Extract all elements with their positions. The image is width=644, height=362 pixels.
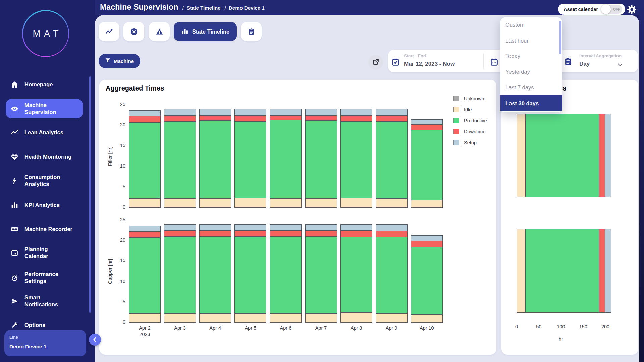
page-title: Machine Supervision xyxy=(100,3,178,12)
x-axis-line xyxy=(126,208,445,208)
dropdown-item-last-hour[interactable]: Last hour xyxy=(500,35,562,46)
totals-x-tick: 100 xyxy=(553,324,570,330)
bar-segment-setup xyxy=(234,224,266,230)
asset-calendar-state: OFF xyxy=(613,8,620,11)
bar-segment-productive xyxy=(270,236,302,314)
y-tick-label: 20 xyxy=(105,237,125,243)
calendar-dots-icon[interactable] xyxy=(490,58,499,67)
bar-segment-downtime xyxy=(199,115,231,121)
sidebar-item-homepage[interactable]: Homepage xyxy=(0,78,95,91)
trend-icon xyxy=(10,128,19,137)
open-external-button[interactable] xyxy=(368,55,383,70)
date-range-value[interactable]: Mar 12, 2023 - Now xyxy=(404,61,455,67)
home-icon xyxy=(10,80,19,89)
sidebar-item-lean-analytics[interactable]: Lean Analytics xyxy=(0,126,95,139)
stopwatch-icon xyxy=(10,273,19,282)
bar-segment-downtime xyxy=(164,231,196,237)
bar-segment-productive xyxy=(270,120,302,198)
bar-segment-idle xyxy=(305,198,337,208)
sidebar-item-label: Machine Recorder xyxy=(24,226,87,233)
bar-segment-downtime xyxy=(164,115,196,121)
mat-logo-inner: MAT xyxy=(23,11,68,56)
sidebar-item-consumption-analytics[interactable]: Consumption Analytics xyxy=(0,173,95,188)
settings-gear-icon[interactable] xyxy=(627,5,637,15)
sidebar-item-machine-recorder[interactable]: Machine Recorder xyxy=(0,222,95,236)
sidebar-item-label: Homepage xyxy=(24,81,87,88)
bar-segment-setup xyxy=(376,224,408,231)
bar-segment-downtime xyxy=(340,115,372,121)
legend-item-downtime: Downtime xyxy=(453,129,485,134)
bar-segment-idle xyxy=(376,199,408,208)
dropdown-item-yesterday[interactable]: Yesterday xyxy=(500,66,562,77)
device-card[interactable]: Line Demo Device 1 xyxy=(4,330,86,356)
tab-trends[interactable] xyxy=(99,22,119,41)
bar-segment-idle xyxy=(164,314,196,323)
bar-segment-setup xyxy=(305,224,337,230)
bar-segment-idle xyxy=(340,198,372,208)
sidebar-item-planning-calendar[interactable]: Planning Calendar xyxy=(0,245,95,260)
sidebar: MAT HomepageMachine SupervisionLean Anal… xyxy=(0,0,95,362)
legend-item-productive: Productive xyxy=(453,118,487,123)
chevron-down-icon[interactable] xyxy=(616,61,624,69)
sidebar-collapse-button[interactable] xyxy=(89,334,101,346)
x-tick-label: Apr 9 xyxy=(374,325,409,331)
calendar-icon xyxy=(10,248,19,257)
legend-swatch xyxy=(453,140,459,145)
sidebar-item-performance-settings[interactable]: Performance Settings xyxy=(0,270,95,285)
bar-segment-productive xyxy=(234,237,266,313)
machine-filter-button[interactable]: Machine xyxy=(99,54,140,68)
legend-label: Downtime xyxy=(464,129,485,134)
asset-calendar-toggle[interactable]: OFF xyxy=(601,5,622,14)
bar-segment-idle xyxy=(376,314,408,323)
sidebar-item-options[interactable]: Options xyxy=(0,318,95,332)
calendar-check-icon[interactable] xyxy=(391,58,400,67)
y-tick-label: 5 xyxy=(105,184,125,189)
dropdown-item-custom[interactable]: Custom xyxy=(500,19,562,30)
tab-alarms[interactable] xyxy=(149,22,170,41)
legend-swatch xyxy=(453,129,459,134)
bar-segment-productive xyxy=(129,122,161,198)
tab-stops[interactable] xyxy=(123,22,144,41)
dropdown-item-last-7-days[interactable]: Last 7 days xyxy=(500,82,562,93)
funnel-icon xyxy=(105,58,111,64)
sidebar-item-label: Options xyxy=(24,322,87,329)
bar-segment-setup xyxy=(411,235,443,241)
totals-x-tick: 200 xyxy=(597,324,614,330)
sidebar-item-machine-supervision[interactable]: Machine Supervision xyxy=(6,99,83,118)
y-tick-label: 25 xyxy=(105,217,125,222)
bar-segment-downtime xyxy=(234,115,266,121)
legend-label: Setup xyxy=(464,140,477,145)
dropdown-item-today[interactable]: Today xyxy=(500,51,562,61)
bar-segment-setup xyxy=(270,109,302,116)
bar-segment-setup xyxy=(164,224,196,230)
bar-segment-productive xyxy=(376,237,408,314)
total-segment-productive xyxy=(525,229,599,313)
bar-segment-productive xyxy=(305,236,337,313)
sidebar-item-health-monitoring[interactable]: Health Monitoring xyxy=(0,150,95,163)
bar-segment-downtime xyxy=(411,241,443,247)
tab-label: State Timeline xyxy=(192,28,230,35)
tab-state-timeline[interactable]: State Timeline xyxy=(174,22,237,41)
legend-label: Idle xyxy=(464,107,472,112)
tab-report[interactable] xyxy=(241,22,262,41)
bar-segment-setup xyxy=(340,224,372,230)
sidebar-item-label: Consumption Analytics xyxy=(24,174,87,188)
dropdown-item-last-30-days[interactable]: Last 30 days xyxy=(500,95,562,111)
y-tick-label: 20 xyxy=(105,122,125,127)
time-range-dropdown: CustomLast hourTodayYesterdayLast 7 days… xyxy=(500,17,562,112)
legend-item-setup: Setup xyxy=(453,140,477,145)
breadcrumb-section[interactable]: State Timeline xyxy=(182,5,221,11)
sidebar-item-smart-notifications[interactable]: Smart Notifications xyxy=(0,294,95,308)
y-tick-label: 0 xyxy=(105,319,125,325)
recorder-icon xyxy=(10,225,19,233)
breadcrumb-device[interactable]: Demo Device 1 xyxy=(225,5,265,11)
bar-segment-downtime xyxy=(376,116,408,122)
toggle-knob[interactable] xyxy=(601,4,611,14)
legend-item-idle: Idle xyxy=(453,107,472,112)
interval-aggregation-value[interactable]: Day xyxy=(579,61,590,67)
bar-segment-downtime xyxy=(129,231,161,237)
legend-item-unknown: Unknown xyxy=(453,96,484,101)
line-chart-icon xyxy=(105,28,113,36)
sidebar-item-kpi-analytics[interactable]: KPI Analytics xyxy=(0,198,95,212)
sidebar-scrollbar[interactable] xyxy=(89,76,91,313)
